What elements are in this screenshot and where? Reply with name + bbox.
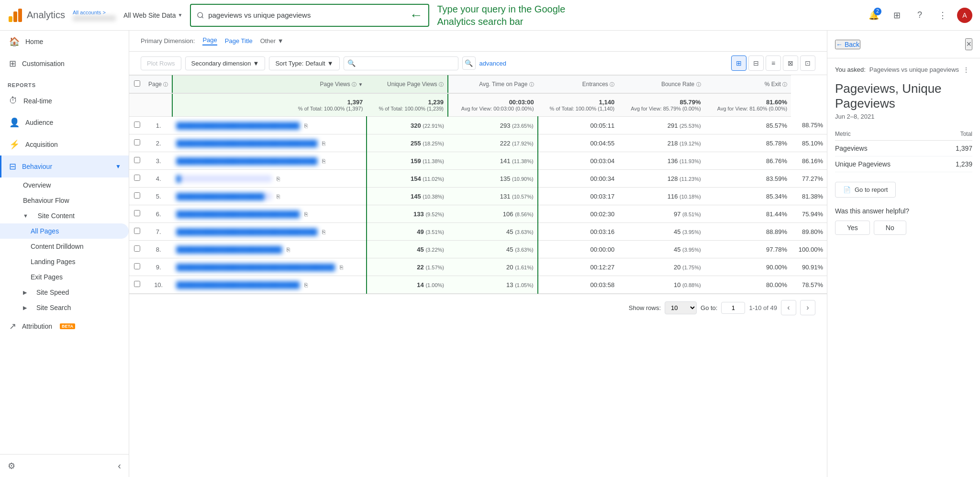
page-copy-icon[interactable]: ⎘ (340, 264, 343, 271)
view-icons: ⊞ ⊟ ≡ ⊠ ⊡ (731, 55, 815, 71)
page-copy-icon[interactable]: ⎘ (322, 140, 325, 147)
sidebar-item-exit-pages[interactable]: Exit Pages (0, 269, 129, 285)
page-views-info-icon[interactable]: ⓘ (352, 82, 356, 87)
row-unique-views: 131 (10.57%) (448, 188, 538, 205)
right-panel: ← Back × You asked: Pageviews vs unique … (827, 31, 980, 477)
audience-icon: 👤 (9, 117, 20, 128)
sidebar-item-content-drilldown[interactable]: Content Drilldown (0, 239, 129, 254)
select-all-checkbox[interactable] (129, 76, 145, 94)
row-number: 4. (145, 170, 172, 188)
exit-info-icon[interactable]: ⓘ (782, 82, 787, 87)
search-input[interactable] (208, 11, 405, 19)
dimension-page-link[interactable]: Page (202, 36, 217, 45)
sidebar-collapse-button[interactable]: ‹ (118, 460, 121, 471)
table-search-input[interactable] (344, 56, 458, 70)
sidebar-item-acquisition[interactable]: ⚡ Acquisition (0, 133, 129, 155)
sort-type-button[interactable]: Sort Type: Default ▼ (269, 56, 339, 70)
apps-button[interactable]: ⊞ (888, 7, 905, 24)
sidebar-item-home[interactable]: 🏠 Home (0, 31, 129, 53)
notification-badge: 2 (874, 8, 881, 15)
go-to-report-button[interactable]: 📄 Go to report (835, 182, 896, 198)
avg-time-info-icon[interactable]: ⓘ (529, 82, 534, 87)
lifetime-view-button[interactable]: ⊡ (800, 55, 815, 71)
metric-name: Pageviews (835, 141, 940, 156)
row-checkbox[interactable] (129, 117, 145, 134)
row-checkbox[interactable] (129, 134, 145, 152)
yes-button[interactable]: Yes (835, 221, 870, 235)
row-page: ████████████████████████████████ ⎘ (172, 223, 367, 241)
sidebar: 🏠 Home ⊞ Customisation REPORTS ⏱ Real-ti… (0, 31, 129, 477)
panel-close-button[interactable]: × (965, 38, 972, 50)
unique-views-info-icon[interactable]: ⓘ (439, 82, 444, 87)
metrics-body: Pageviews 1,397 Unique Pageviews 1,239 (835, 141, 972, 172)
sidebar-item-all-pages[interactable]: All Pages (0, 223, 129, 239)
sidebar-item-attribution[interactable]: ↗ Attribution BETA (0, 315, 129, 337)
row-checkbox[interactable] (129, 276, 145, 294)
page-copy-icon[interactable]: ⎘ (304, 122, 308, 129)
help-button[interactable]: ? (911, 7, 928, 24)
sidebar-item-realtime[interactable]: ⏱ Real-time (0, 90, 129, 111)
notifications-button[interactable]: 🔔 2 (865, 7, 882, 24)
row-checkbox[interactable] (129, 241, 145, 258)
row-unique-views: 20 (1.61%) (448, 258, 538, 276)
sidebar-item-landing-pages[interactable]: Landing Pages (0, 254, 129, 269)
pivot-view-button[interactable]: ⊠ (783, 55, 798, 71)
no-button[interactable]: No (874, 221, 906, 235)
sidebar-item-behaviour-flow[interactable]: Behaviour Flow (0, 193, 129, 208)
page-copy-icon[interactable]: ⎘ (322, 229, 325, 235)
sidebar-item-overview[interactable]: Overview (0, 177, 129, 193)
grid-view-button[interactable]: ⊞ (731, 55, 746, 71)
table-row: 2. ████████████████████████████████ ⎘ 25… (129, 134, 827, 152)
bounce-rate-info-icon[interactable]: ⓘ (696, 82, 701, 87)
account-breadcrumb: All accounts > (73, 10, 116, 15)
sidebar-item-site-speed[interactable]: ▶ Site Speed (0, 285, 129, 300)
row-page-views: 133 (9.52%) (367, 205, 448, 223)
row-page: ████████████████████████████████ ⎘ (172, 134, 367, 152)
go-to-input[interactable] (721, 302, 745, 314)
entrances-info-icon[interactable]: ⓘ (610, 82, 614, 87)
row-checkbox[interactable] (129, 170, 145, 188)
search-icon: 🔍 (347, 59, 356, 67)
show-rows-select[interactable]: 10 25 50 100 500 1000 5000 (665, 301, 697, 314)
panel-back-button[interactable]: ← Back (835, 40, 860, 49)
advanced-link[interactable]: advanced (479, 60, 506, 67)
row-checkbox[interactable] (129, 152, 145, 170)
row-checkbox[interactable] (129, 188, 145, 205)
page-info-icon[interactable]: ⓘ (163, 82, 168, 87)
plot-rows-button[interactable]: Plot Rows (141, 56, 181, 70)
row-checkbox[interactable] (129, 205, 145, 223)
page-copy-icon[interactable]: ⎘ (304, 282, 308, 288)
report-icon: 📄 (843, 186, 851, 193)
row-page-views: 159 (11.38%) (367, 152, 448, 170)
page-copy-icon[interactable]: ⎘ (322, 158, 325, 165)
row-checkbox[interactable] (129, 223, 145, 241)
page-column-header: Page ⓘ (145, 76, 172, 94)
next-page-button[interactable]: › (800, 300, 815, 315)
property-selector[interactable]: All Web Site Data ▼ (123, 11, 182, 19)
page-copy-icon[interactable]: ⎘ (277, 176, 280, 182)
row-unique-views: 293 (23.65%) (448, 117, 538, 134)
exit-column-header: % Exit ⓘ (705, 76, 791, 94)
more-button[interactable]: ⋮ (934, 7, 951, 24)
search-button[interactable]: 🔍 (462, 56, 476, 70)
row-checkbox[interactable] (129, 258, 145, 276)
page-copy-icon[interactable]: ⎘ (304, 211, 308, 218)
page-copy-icon[interactable]: ⎘ (277, 193, 280, 200)
sidebar-item-customisation[interactable]: ⊞ Customisation (0, 53, 129, 75)
row-number: 7. (145, 223, 172, 241)
performance-view-button[interactable]: ≡ (766, 55, 781, 71)
prev-page-button[interactable]: ‹ (781, 300, 796, 315)
sidebar-item-site-search[interactable]: ▶ Site Search (0, 300, 129, 315)
avatar[interactable]: A (957, 8, 972, 23)
dimension-other[interactable]: Other ▼ (260, 37, 284, 44)
table-header-row: Page ⓘ Page Views ⓘ ▼ Unique Page Views … (129, 76, 827, 94)
copy-icon[interactable]: ⋮ (963, 66, 969, 74)
comparison-view-button[interactable]: ⊟ (748, 55, 764, 71)
page-copy-icon[interactable]: ⎘ (287, 246, 290, 253)
sidebar-item-behaviour[interactable]: ⊟ Behaviour ▼ (0, 155, 129, 177)
search-bar[interactable]: ← (190, 4, 429, 27)
sidebar-item-site-content[interactable]: ▼ Site Content (0, 208, 129, 223)
sidebar-item-audience[interactable]: 👤 Audience (0, 111, 129, 133)
dimension-page-title-link[interactable]: Page Title (225, 37, 253, 44)
secondary-dimension-button[interactable]: Secondary dimension ▼ (185, 56, 266, 70)
